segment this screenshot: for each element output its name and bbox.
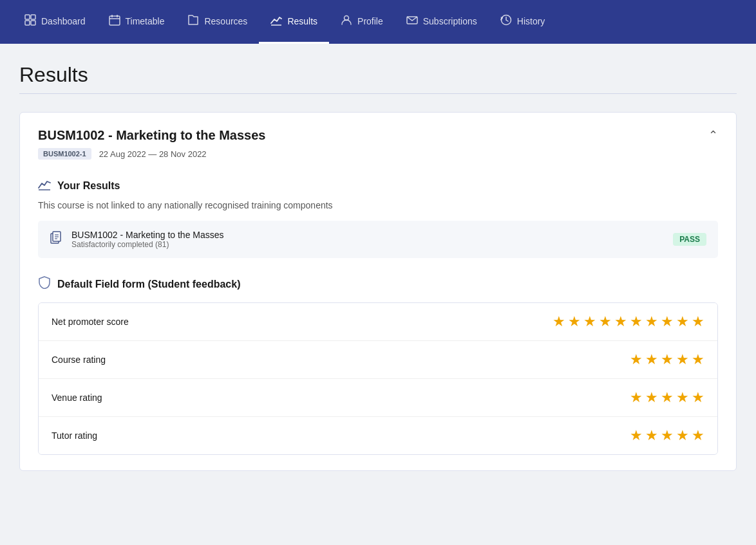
star-c4: ★ [676, 351, 689, 368]
course-header: BUSM1002 - Marketing to the Masses BUSM1… [38, 128, 718, 160]
result-row-icon [50, 231, 64, 248]
course-card: BUSM1002 - Marketing to the Masses BUSM1… [19, 112, 737, 471]
star-t1: ★ [630, 427, 643, 444]
svg-rect-4 [109, 16, 120, 25]
title-divider [19, 93, 737, 94]
star-4: ★ [599, 313, 612, 330]
star-3: ★ [583, 313, 596, 330]
results-section-icon [38, 178, 51, 194]
star-v3: ★ [661, 389, 674, 406]
course-meta: BUSM1002-1 22 Aug 2022 — 28 Nov 2022 [38, 148, 265, 160]
history-icon [500, 14, 512, 28]
results-icon [270, 14, 282, 28]
star-v4: ★ [676, 389, 689, 406]
nav-item-history[interactable]: History [489, 0, 557, 44]
feedback-label-course: Course rating [52, 355, 106, 365]
star-c1: ★ [630, 351, 643, 368]
dashboard-icon [24, 14, 36, 28]
results-section-title: Your Results [57, 180, 120, 192]
feedback-card: Net promoter score ★ ★ ★ ★ ★ ★ ★ ★ ★ ★ C… [38, 302, 718, 455]
result-name: BUSM1002 - Marketing to the Masses [71, 230, 224, 240]
feedback-label-venue: Venue rating [52, 393, 102, 403]
collapse-button[interactable]: ⌃ [708, 128, 718, 142]
feedback-heading: Default Field form (Student feedback) [38, 276, 718, 292]
profile-icon [341, 14, 352, 28]
feedback-row-nps: Net promoter score ★ ★ ★ ★ ★ ★ ★ ★ ★ ★ [39, 303, 717, 341]
star-v1: ★ [630, 389, 643, 406]
star-2: ★ [568, 313, 581, 330]
star-v2: ★ [645, 389, 658, 406]
star-10: ★ [692, 313, 704, 330]
navbar: Dashboard Timetable Resources [0, 0, 756, 44]
svg-rect-2 [25, 21, 30, 25]
venue-stars: ★ ★ ★ ★ ★ [630, 389, 704, 406]
resources-icon [187, 14, 199, 28]
timetable-icon [109, 14, 120, 28]
star-9: ★ [676, 313, 689, 330]
course-stars: ★ ★ ★ ★ ★ [630, 351, 704, 368]
pass-badge: PASS [673, 233, 706, 246]
star-t3: ★ [661, 427, 674, 444]
star-t4: ★ [676, 427, 689, 444]
feedback-title: Default Field form (Student feedback) [57, 279, 240, 290]
course-dates: 22 Aug 2022 — 28 Nov 2022 [99, 149, 207, 159]
star-c3: ★ [661, 351, 674, 368]
star-t5: ★ [692, 427, 704, 444]
not-linked-text: This course is not linked to any nationa… [38, 200, 718, 210]
star-c5: ★ [692, 351, 704, 368]
star-6: ★ [630, 313, 643, 330]
star-8: ★ [661, 313, 674, 330]
results-section-heading: Your Results [38, 178, 718, 194]
svg-rect-0 [25, 15, 30, 19]
svg-rect-1 [31, 15, 35, 19]
nav-label-timetable: Timetable [126, 16, 165, 26]
nav-label-resources: Resources [204, 16, 247, 26]
nav-item-results[interactable]: Results [259, 0, 329, 44]
nav-label-history: History [517, 16, 545, 26]
star-c2: ★ [645, 351, 658, 368]
shield-icon [38, 276, 51, 292]
feedback-row-venue: Venue rating ★ ★ ★ ★ ★ [39, 379, 717, 417]
course-title: BUSM1002 - Marketing to the Masses [38, 128, 265, 143]
result-status: Satisfactorily completed (81) [71, 240, 224, 249]
nav-label-dashboard: Dashboard [41, 16, 86, 26]
nav-item-dashboard[interactable]: Dashboard [13, 0, 97, 44]
tutor-stars: ★ ★ ★ ★ ★ [630, 427, 704, 444]
page-title: Results [19, 63, 737, 87]
nav-item-profile[interactable]: Profile [329, 0, 395, 44]
result-row: BUSM1002 - Marketing to the Masses Satis… [38, 221, 718, 258]
course-code-badge: BUSM1002-1 [38, 148, 91, 160]
nps-stars: ★ ★ ★ ★ ★ ★ ★ ★ ★ ★ [553, 313, 704, 330]
nav-label-results: Results [287, 16, 317, 26]
feedback-row-course: Course rating ★ ★ ★ ★ ★ [39, 341, 717, 379]
star-v5: ★ [692, 389, 704, 406]
nav-label-profile: Profile [357, 16, 383, 26]
result-details: BUSM1002 - Marketing to the Masses Satis… [71, 230, 224, 249]
feedback-label-nps: Net promoter score [52, 317, 129, 327]
main-content: Results BUSM1002 - Marketing to the Mass… [0, 44, 756, 545]
star-1: ★ [553, 313, 565, 330]
star-7: ★ [645, 313, 658, 330]
nav-label-subscriptions: Subscriptions [423, 16, 477, 26]
subscriptions-icon [406, 14, 418, 28]
nav-item-resources[interactable]: Resources [176, 0, 259, 44]
star-t2: ★ [645, 427, 658, 444]
course-info: BUSM1002 - Marketing to the Masses BUSM1… [38, 128, 265, 160]
result-row-left: BUSM1002 - Marketing to the Masses Satis… [50, 230, 224, 249]
nav-item-timetable[interactable]: Timetable [97, 0, 176, 44]
nav-item-subscriptions[interactable]: Subscriptions [395, 0, 489, 44]
feedback-label-tutor: Tutor rating [52, 430, 97, 441]
star-5: ★ [614, 313, 627, 330]
feedback-row-tutor: Tutor rating ★ ★ ★ ★ ★ [39, 417, 717, 454]
svg-rect-3 [31, 21, 35, 25]
